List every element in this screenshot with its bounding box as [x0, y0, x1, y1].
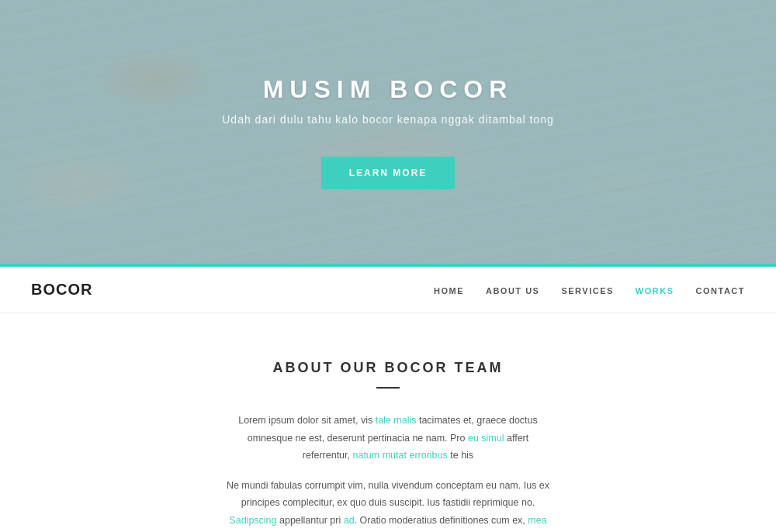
about-title: ABOUT OUR BOCOR TEAM — [273, 360, 504, 376]
nav-item-home[interactable]: HOME — [434, 283, 464, 297]
hero-content: MUSIM BOCOR Udah dari dulu tahu kalo boc… — [222, 75, 553, 189]
hero-section: MUSIM BOCOR Udah dari dulu tahu kalo boc… — [0, 0, 776, 264]
link-ad[interactable]: ad — [344, 515, 355, 526]
about-divider — [376, 387, 400, 389]
nav-item-contact[interactable]: CONTACT — [696, 283, 745, 297]
link-sadipscing[interactable]: Sadipscing — [229, 515, 276, 526]
nav-links: HOME ABOUT US SERVICES WORKS CONTACT — [434, 283, 745, 297]
nav-link-contact[interactable]: CONTACT — [696, 286, 745, 295]
hero-title: MUSIM BOCOR — [222, 75, 553, 104]
link-mea-ne[interactable]: mea ne brute vivendum percipitur — [326, 515, 547, 533]
nav-link-home[interactable]: HOME — [434, 286, 464, 295]
nav-item-services[interactable]: SERVICES — [561, 283, 613, 297]
about-paragraph-1: Lorem ipsum dolor sit amet, vis tale mal… — [225, 412, 551, 465]
about-paragraph-2: Ne mundi fabulas corrumpit vim, nulla vi… — [225, 477, 551, 533]
hero-subtitle: Udah dari dulu tahu kalo bocor kenapa ng… — [222, 113, 553, 126]
link-natum-mutat[interactable]: natum mutat erroribus — [352, 450, 447, 461]
nav-link-services[interactable]: SERVICES — [561, 286, 613, 295]
about-section: ABOUT OUR BOCOR TEAM Lorem ipsum dolor s… — [0, 313, 776, 532]
nav-item-about[interactable]: ABOUT US — [486, 283, 539, 297]
link-eu-simul[interactable]: eu simul — [468, 433, 504, 444]
learn-more-button[interactable]: LEARN MORE — [321, 157, 456, 189]
nav-item-works[interactable]: WORKS — [636, 283, 674, 297]
navbar: BOCOR HOME ABOUT US SERVICES WORKS CONTA… — [0, 267, 776, 313]
nav-link-about[interactable]: ABOUT US — [486, 286, 539, 295]
link-tale-malis[interactable]: tale malis — [376, 415, 417, 426]
nav-link-works[interactable]: WORKS — [636, 286, 674, 295]
site-logo[interactable]: BOCOR — [31, 281, 92, 299]
